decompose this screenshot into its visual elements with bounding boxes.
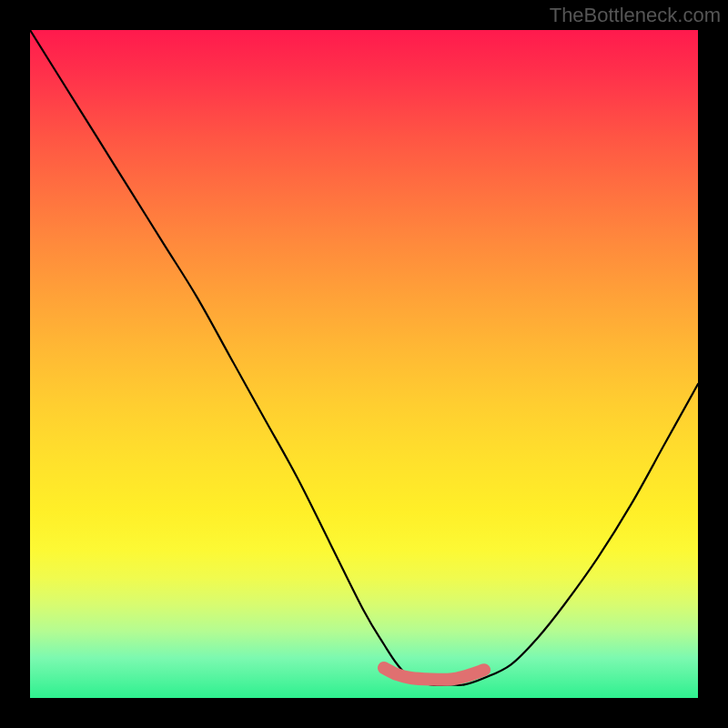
watermark-text: TheBottleneck.com	[550, 4, 721, 27]
chart-plot-area	[30, 30, 698, 698]
chart-gradient-background	[30, 30, 698, 698]
